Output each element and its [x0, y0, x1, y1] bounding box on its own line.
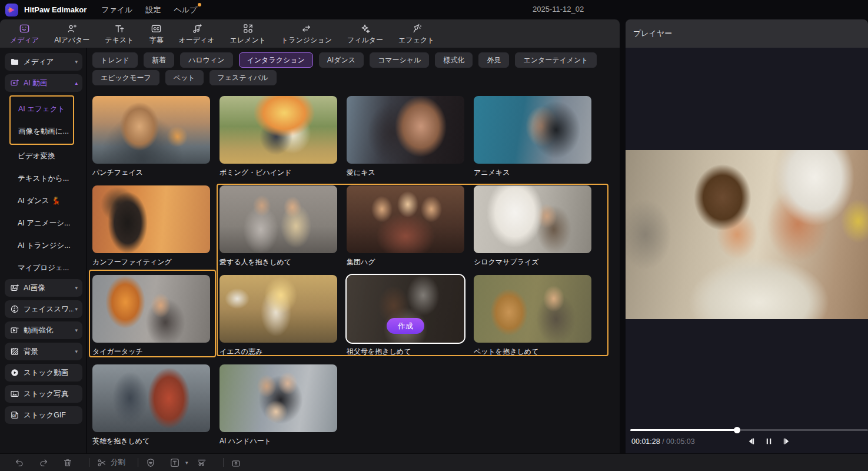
timeline-tool[interactable] [197, 457, 212, 468]
sidebar-item[interactable]: ストック動画 [5, 364, 82, 382]
sidebar-subitem[interactable]: 画像を動画に... [11, 120, 73, 142]
trash-icon [62, 457, 73, 468]
template-thumbnail: 作成 [347, 96, 464, 164]
template-card[interactable]: 作成 シロクマサプライズ [474, 185, 591, 265]
timeline-tool[interactable] [38, 457, 54, 468]
template-card[interactable]: 作成 タイガータッチ [92, 275, 210, 354]
filter-chip[interactable]: フェスティバル [209, 70, 277, 85]
effect-icon [411, 23, 422, 34]
sidebar-subitem[interactable]: マイプロジェ... [0, 257, 86, 279]
timeline-tool[interactable] [62, 457, 78, 468]
caret-icon: ▾ [185, 460, 188, 466]
toolbar-tab[interactable]: トランジション [274, 19, 340, 48]
template-card[interactable]: 作成 集団ハグ [347, 185, 464, 265]
template-title: 愛する人を抱きしめて [220, 257, 337, 267]
timeline-tool[interactable] [138, 458, 138, 467]
split-trim-icon [197, 457, 207, 468]
template-title: パンチフェイス [92, 168, 210, 178]
menu-item[interactable]: ファイル [95, 2, 139, 18]
timeline-tool[interactable] [223, 458, 224, 467]
filter-chip[interactable]: 新着 [144, 52, 174, 68]
sidebar-highlight-box: AI エフェクト 画像を動画に... [9, 95, 74, 145]
sidebar-item[interactable]: フェイススワ... ▾ [5, 300, 82, 318]
timeline-tool[interactable] [14, 457, 30, 468]
filter-chip[interactable]: ハロウィン [180, 52, 232, 68]
filter-chip[interactable]: コマーシャル [370, 52, 429, 68]
timeline-tool[interactable] [89, 458, 89, 467]
caret-icon: ▴ [75, 80, 78, 86]
toolbar-tab[interactable]: エレメント [222, 19, 274, 48]
filter-chip[interactable]: エピックモーフ [92, 70, 159, 85]
template-thumbnail: 作成 [92, 96, 210, 164]
template-card[interactable]: 作成 AI ハンドハート [220, 364, 337, 444]
sidebar-item[interactable]: メディア ▾ [5, 53, 82, 71]
toolbar-tab[interactable]: テキスト [97, 19, 141, 48]
menu-item[interactable]: ヘルプ [167, 2, 204, 18]
toolbar-tab[interactable]: エフェクト [391, 19, 442, 48]
sidebar-subitem[interactable]: ビデオ変換 [0, 145, 86, 167]
template-card[interactable]: 作成 パンチフェイス [92, 96, 210, 175]
folder-icon [10, 57, 19, 67]
seek-handle[interactable] [734, 427, 740, 433]
filter-chip[interactable]: エンターテイメント [515, 52, 596, 68]
timeline-tool[interactable] [231, 457, 247, 468]
template-title: 祖父母を抱きしめて [347, 347, 464, 357]
sidebar-item[interactable]: 動画強化 ▾ [5, 321, 82, 339]
template-card[interactable]: 作成 ボミング・ビハインド [220, 96, 337, 175]
toolbar-tab[interactable]: 字幕 [141, 19, 171, 48]
timeline-tool[interactable]: ▾ [169, 457, 188, 468]
playback-button[interactable] [764, 436, 774, 446]
filter-chip[interactable]: 様式化 [435, 52, 473, 68]
create-button[interactable]: 作成 [387, 318, 424, 334]
sidebar-subitem[interactable]: AI エフェクト [11, 98, 73, 120]
template-card[interactable]: 作成 カンフーファイティング [92, 185, 210, 265]
playback-controls [746, 436, 791, 446]
menu-item[interactable]: 設定 [139, 2, 167, 18]
toolbar-tab[interactable]: メディア [2, 19, 46, 48]
template-card[interactable]: 作成 イエスの恵み [220, 275, 337, 354]
stock-photo-icon [10, 389, 19, 399]
filter-chip[interactable]: インタラクション [239, 52, 313, 68]
text-icon [114, 23, 125, 34]
main-toolbar: メディア AIアバター テキスト 字幕 オーディオ エレメント トランジション [0, 19, 620, 48]
filter-chip[interactable]: ペット [165, 70, 204, 85]
ai-image-icon [10, 283, 19, 293]
template-title: タイガータッチ [92, 347, 210, 357]
template-thumbnail: 作成 [474, 275, 591, 343]
sidebar-item[interactable]: ストック写真 [5, 385, 82, 403]
template-thumbnail: 作成 [474, 96, 591, 164]
toolbar-tab[interactable]: オーディオ [171, 19, 222, 48]
sidebar-subitem[interactable]: AI ダンス 💃 [0, 190, 86, 212]
toolbar-tab[interactable]: フィルター [340, 19, 391, 48]
template-card[interactable]: 作成 アニメキス [474, 96, 591, 175]
template-card[interactable]: 作成 ペットを抱きしめて [474, 275, 591, 354]
ai-video-icon [10, 78, 19, 88]
sidebar-item[interactable]: AI画像 ▾ [5, 279, 82, 297]
template-title: ボミング・ビハインド [220, 168, 337, 178]
filter-chip[interactable]: AIダンス [319, 52, 364, 68]
sidebar-item[interactable]: GIF ストックGIF [5, 406, 82, 424]
seek-bar[interactable] [630, 429, 868, 431]
sidebar-item[interactable]: AI 動画 ▴ [5, 74, 82, 92]
sidebar-subitem[interactable]: AI トランジシ... [0, 234, 86, 257]
filter-chip[interactable]: トレンド [92, 52, 138, 68]
project-title: 2025-11-12_02 [533, 5, 584, 14]
stock-video-icon [10, 368, 19, 377]
timeline-toolbar: 分割 ▾ [0, 453, 868, 471]
sidebar-subitem[interactable]: AI アニメーシ... [0, 212, 86, 234]
time-separator: / [660, 437, 666, 446]
toolbar-tab[interactable]: AIアバター [46, 19, 97, 48]
timeline-tool[interactable] [145, 457, 161, 468]
template-card[interactable]: 作成 祖父母を抱きしめて [347, 275, 464, 354]
filter-icon [360, 23, 371, 34]
template-card[interactable]: 作成 英雄を抱きしめて [92, 364, 210, 444]
template-card[interactable]: 作成 愛する人を抱きしめて [220, 185, 337, 265]
playback-button[interactable] [781, 436, 791, 446]
filter-chip[interactable]: 外見 [478, 52, 509, 68]
filter-chip-row: トレンド新着ハロウィンインタラクションAIダンスコマーシャル様式化外見エンターテ… [88, 48, 614, 88]
sidebar-item[interactable]: 背景 ▾ [5, 343, 82, 360]
playback-button[interactable] [746, 436, 756, 446]
template-card[interactable]: 作成 愛にキス [347, 96, 464, 175]
timeline-tool[interactable]: 分割 [97, 457, 127, 468]
sidebar-subitem[interactable]: テキストから... [0, 167, 86, 190]
